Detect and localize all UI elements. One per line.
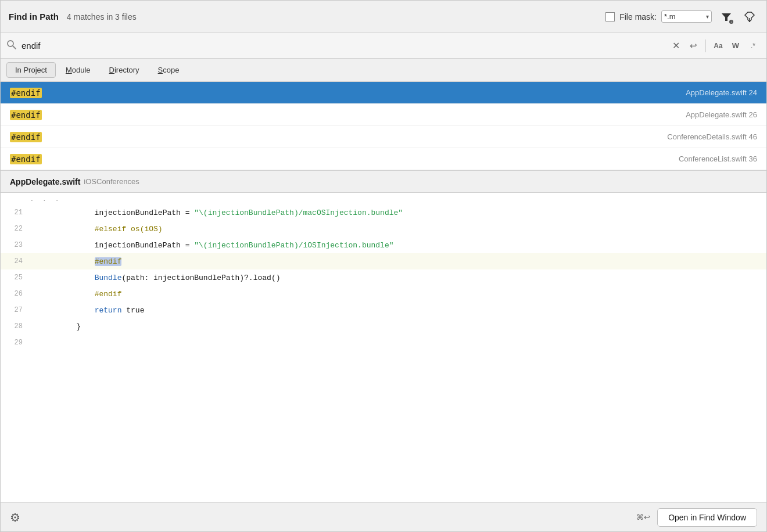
file-mask-dropdown-arrow[interactable]: ▾ bbox=[706, 13, 709, 20]
code-line: 22 #elseif os(iOS) bbox=[1, 221, 766, 237]
whole-words-button[interactable]: W bbox=[728, 38, 743, 53]
svg-line-3 bbox=[13, 46, 16, 49]
results-list: #endif AppDelegate.swift 24 #endif AppDe… bbox=[1, 82, 766, 171]
search-actions: ✕ ↩ Aa W .* bbox=[668, 38, 761, 53]
file-mask-input[interactable] bbox=[664, 12, 705, 21]
undo-button[interactable]: ↩ bbox=[686, 38, 701, 53]
open-in-find-window-button[interactable]: Open in Find Window bbox=[657, 508, 757, 527]
result-filename: AppDelegate.swift 26 bbox=[686, 110, 757, 119]
result-match: #endif bbox=[10, 88, 42, 98]
footer: ⚙ ⌘↩ Open in Find Window bbox=[1, 502, 766, 531]
match-case-button[interactable]: Aa bbox=[711, 38, 726, 53]
file-mask-checkbox[interactable] bbox=[605, 12, 615, 21]
code-line-highlighted: 24 #endif bbox=[1, 253, 766, 269]
regex-button[interactable]: .* bbox=[746, 38, 761, 53]
result-row[interactable]: #endif ConferenceList.swift 36 bbox=[1, 148, 766, 170]
result-match: #endif bbox=[10, 132, 42, 142]
code-line: 27 return true bbox=[1, 302, 766, 318]
pin-icon bbox=[744, 11, 755, 23]
result-row[interactable]: #endif AppDelegate.swift 24 bbox=[1, 82, 766, 104]
code-line: 25 Bundle(path: injectionBundlePath)?.lo… bbox=[1, 269, 766, 286]
code-ellipsis: . . . bbox=[1, 193, 766, 204]
result-filename: ConferenceList.swift 36 bbox=[679, 154, 757, 163]
preview-project: iOSConferences bbox=[84, 177, 139, 186]
panel-title: Find in Path bbox=[9, 12, 59, 21]
settings-gear-icon[interactable]: ⚙ bbox=[10, 511, 20, 524]
result-match: #endif bbox=[10, 154, 42, 164]
preview-filename: AppDelegate.swift bbox=[10, 177, 80, 186]
search-input[interactable] bbox=[21, 41, 664, 51]
result-row[interactable]: #endif AppDelegate.swift 26 bbox=[1, 104, 766, 126]
preview-section: AppDelegate.swift iOSConferences . . . 2… bbox=[1, 171, 766, 502]
tab-scope[interactable]: Scope bbox=[149, 62, 188, 78]
keyboard-shortcut: ⌘↩ bbox=[636, 513, 650, 522]
result-filename: AppDelegate.swift 24 bbox=[686, 88, 757, 97]
code-line: 21 injectionBundlePath = "\(injectionBun… bbox=[1, 204, 766, 221]
clear-button[interactable]: ✕ bbox=[668, 38, 683, 53]
search-bar: ✕ ↩ Aa W .* bbox=[1, 33, 766, 59]
find-in-path-panel: Find in Path 4 matches in 3 files File m… bbox=[0, 0, 767, 532]
tab-module[interactable]: Module bbox=[57, 62, 99, 78]
tabs-bar: In Project Module Directory Scope bbox=[1, 59, 766, 82]
match-count: 4 matches in 3 files bbox=[67, 12, 137, 21]
tab-in-project[interactable]: In Project bbox=[6, 62, 56, 78]
svg-marker-0 bbox=[722, 13, 731, 21]
code-area[interactable]: . . . 21 injectionBundlePath = "\(inject… bbox=[1, 193, 766, 502]
code-line: 26 #endif bbox=[1, 286, 766, 302]
file-mask-input-wrap: ▾ bbox=[661, 10, 712, 23]
header: Find in Path 4 matches in 3 files File m… bbox=[1, 1, 766, 33]
filter-button[interactable]: ↓ bbox=[718, 8, 735, 26]
tab-directory[interactable]: Directory bbox=[101, 62, 148, 78]
file-mask-label: File mask: bbox=[619, 12, 657, 21]
result-row[interactable]: #endif ConferenceDetails.swift 46 bbox=[1, 126, 766, 148]
code-line: 28 } bbox=[1, 318, 766, 335]
file-mask-area: File mask: ▾ bbox=[605, 10, 712, 23]
result-match: #endif bbox=[10, 110, 42, 120]
code-line: 29 bbox=[1, 335, 766, 351]
search-icon bbox=[6, 39, 17, 52]
code-line: 23 injectionBundlePath = "\(injectionBun… bbox=[1, 237, 766, 253]
preview-header: AppDelegate.swift iOSConferences bbox=[1, 171, 766, 193]
result-filename: ConferenceDetails.swift 46 bbox=[667, 132, 757, 141]
pin-button[interactable] bbox=[741, 8, 758, 26]
